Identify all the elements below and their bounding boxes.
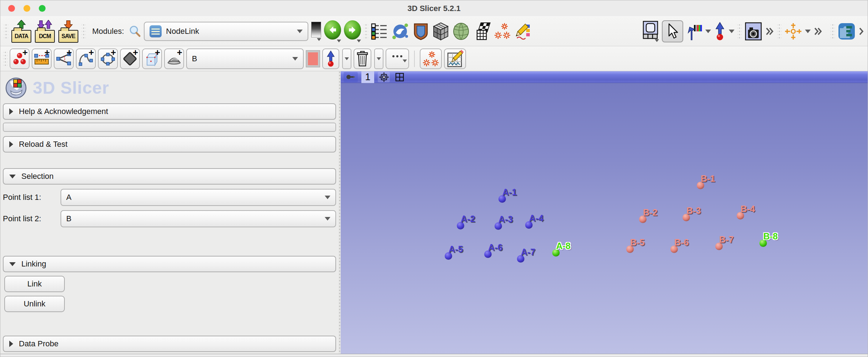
subject-hierarchy-module-button[interactable] [371, 23, 388, 40]
save-button[interactable]: SAVE [58, 20, 79, 43]
window-level-button[interactable] [311, 22, 321, 41]
screenshot-button[interactable] [744, 22, 762, 41]
welcome-module-button[interactable] [391, 22, 409, 41]
crosshair-dropdown[interactable] [805, 30, 811, 33]
extensions-manager-button[interactable] [838, 22, 856, 40]
more-options-icon [392, 55, 402, 57]
delete-markup-button[interactable] [354, 48, 371, 69]
section-label: Selection [21, 172, 54, 181]
point-list-2-selector[interactable]: B [61, 210, 336, 227]
toolbar-drag-handle[interactable] [82, 23, 86, 40]
pin-button[interactable] [344, 72, 358, 82]
place-markup-button[interactable] [322, 48, 339, 69]
module-selector[interactable]: NodeLink [144, 22, 308, 41]
more-options-button[interactable] [386, 48, 409, 69]
section-help-acknowledgement[interactable]: Help & Acknowledgement [3, 103, 336, 120]
segmentation-module-button[interactable] [452, 22, 470, 40]
collapse-arrow-icon [9, 108, 13, 115]
section-label: Data Probe [19, 339, 58, 348]
dicom-button[interactable]: DCM [35, 20, 55, 43]
load-data-label: DATA [15, 33, 28, 40]
toolbar-drag-handle[interactable] [737, 23, 742, 40]
delete-markup-dropdown[interactable] [374, 48, 383, 69]
create-line-button[interactable] [32, 48, 52, 69]
create-open-curve-button[interactable] [76, 48, 96, 69]
history-forward-button[interactable] [344, 20, 361, 42]
layout-grid-icon [395, 73, 404, 82]
annotations-icon [514, 22, 532, 40]
annotations-module-button[interactable] [514, 22, 532, 40]
toolbar-drag-handle[interactable] [4, 23, 8, 40]
markups-module-button[interactable] [493, 22, 511, 40]
fiducial-label: A-3 [498, 215, 513, 224]
create-closed-curve-button[interactable] [98, 48, 118, 69]
section-reload-test[interactable]: Reload & Test [3, 136, 336, 152]
chevron-down-icon [297, 30, 303, 33]
create-plane-button[interactable] [120, 48, 140, 69]
threed-view: 1 [341, 71, 868, 354]
plots-button[interactable] [444, 48, 466, 69]
chevron-down-icon [325, 196, 330, 199]
place-point-button[interactable] [714, 22, 726, 41]
toolbar-drag-handle[interactable] [831, 23, 835, 40]
fiducial-label: B-6 [674, 238, 689, 247]
layout-grid-button[interactable] [393, 72, 406, 82]
viewport-3d[interactable]: A-1A-2A-3A-4A-5A-6A-7A-8B-1B-2B-3B-4B-5B… [341, 83, 868, 354]
adjust-colors-button[interactable] [686, 22, 702, 41]
chevron-down-icon [705, 30, 711, 33]
node-color-button[interactable] [306, 50, 320, 67]
toolbar-drag-handle[interactable] [364, 23, 368, 40]
point-list-1-row: Point list 1: A [3, 189, 336, 206]
volume-rendering-module-button[interactable] [412, 22, 429, 40]
adjust-colors-dropdown[interactable] [705, 30, 711, 33]
load-data-button[interactable]: DATA [11, 20, 32, 43]
point-list-1-selector[interactable]: A [61, 189, 336, 206]
toolbar-drag-handle[interactable] [777, 23, 781, 40]
transforms-module-button[interactable] [473, 22, 491, 40]
create-angle-button[interactable] [54, 48, 74, 69]
layout-selector-button[interactable] [642, 21, 659, 42]
chevron-down-icon [655, 39, 659, 42]
module-icon [150, 25, 162, 37]
history-forward-icon [344, 20, 361, 40]
window-level-icon [311, 22, 321, 37]
toolbar-drag-handle[interactable] [3, 51, 7, 67]
zoom-window-button[interactable] [39, 5, 46, 12]
capture-overflow-button[interactable] [765, 27, 774, 36]
create-surface-button[interactable] [164, 48, 184, 69]
place-markup-dropdown[interactable] [342, 48, 351, 69]
fiducial-label: A-4 [529, 214, 543, 223]
section-data-probe[interactable]: Data Probe [3, 336, 336, 352]
fiducial-label: A-6 [488, 243, 502, 252]
crosshair-button[interactable] [784, 22, 802, 40]
history-back-button[interactable] [324, 20, 341, 42]
markups-module-shortcut-button[interactable] [420, 48, 442, 69]
create-point-list-button[interactable] [10, 48, 30, 69]
double-chevron-right-icon [765, 27, 774, 36]
expand-arrow-icon [9, 262, 16, 266]
crop-volume-icon [432, 22, 449, 41]
create-roi-button[interactable] [142, 48, 162, 69]
collapse-arrow-icon [9, 341, 13, 347]
module-search-button[interactable] [129, 25, 141, 37]
mouse-interaction-button[interactable] [662, 20, 683, 42]
toolbar-overflow-button[interactable] [858, 27, 864, 36]
section-label: Help & Acknowledgement [19, 107, 108, 116]
adjust-colors-icon [686, 22, 702, 41]
minimize-window-button[interactable] [23, 5, 30, 12]
panel-spacer [3, 312, 336, 336]
active-point-list-selector[interactable]: B [186, 48, 304, 69]
unlink-button[interactable]: Unlink [4, 296, 65, 312]
close-window-button[interactable] [8, 5, 15, 12]
section-linking[interactable]: Linking [3, 256, 336, 272]
window-title: 3D Slicer 5.2.1 [0, 0, 868, 16]
crop-volume-module-button[interactable] [432, 22, 449, 41]
history-back-icon [324, 20, 341, 40]
plot-chart-icon [446, 50, 464, 68]
place-point-dropdown[interactable] [729, 30, 734, 33]
link-button[interactable]: Link [4, 276, 65, 292]
mouse-mode-overflow-button[interactable] [814, 27, 823, 36]
view-options-button[interactable] [378, 72, 390, 82]
point-list-2-row: Point list 2: B [3, 210, 336, 227]
section-selection[interactable]: Selection [3, 168, 336, 185]
